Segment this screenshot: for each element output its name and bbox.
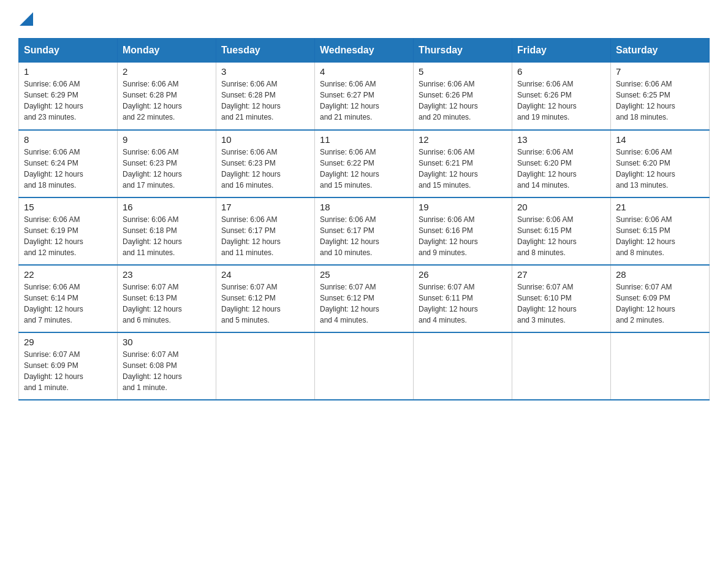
day-info: Sunrise: 6:06 AMSunset: 6:28 PMDaylight:… — [221, 79, 309, 123]
day-number: 14 — [616, 134, 704, 145]
day-number: 13 — [517, 134, 605, 145]
day-number: 7 — [616, 66, 704, 77]
col-header-tuesday: Tuesday — [216, 39, 315, 63]
day-number: 21 — [616, 202, 704, 212]
calendar-cell: 21Sunrise: 6:06 AMSunset: 6:15 PMDayligh… — [611, 197, 710, 265]
col-header-monday: Monday — [118, 39, 216, 63]
calendar-cell: 15Sunrise: 6:06 AMSunset: 6:19 PMDayligh… — [19, 197, 118, 265]
calendar-cell: 23Sunrise: 6:07 AMSunset: 6:13 PMDayligh… — [118, 265, 216, 332]
day-number: 15 — [24, 202, 112, 212]
day-info: Sunrise: 6:07 AMSunset: 6:12 PMDaylight:… — [320, 282, 408, 326]
day-info: Sunrise: 6:06 AMSunset: 6:17 PMDaylight:… — [320, 214, 408, 258]
calendar-cell: 22Sunrise: 6:06 AMSunset: 6:14 PMDayligh… — [19, 265, 118, 332]
day-info: Sunrise: 6:06 AMSunset: 6:15 PMDaylight:… — [517, 214, 605, 258]
day-number: 19 — [419, 202, 507, 212]
day-info: Sunrise: 6:07 AMSunset: 6:10 PMDaylight:… — [517, 282, 605, 326]
calendar-cell: 19Sunrise: 6:06 AMSunset: 6:16 PMDayligh… — [414, 197, 512, 265]
day-number: 6 — [517, 66, 605, 77]
day-number: 11 — [320, 134, 408, 145]
calendar-cell: 12Sunrise: 6:06 AMSunset: 6:21 PMDayligh… — [414, 130, 512, 197]
day-number: 10 — [221, 134, 309, 145]
calendar-cell: 11Sunrise: 6:06 AMSunset: 6:22 PMDayligh… — [315, 130, 414, 197]
calendar-cell: 8Sunrise: 6:06 AMSunset: 6:24 PMDaylight… — [19, 130, 118, 197]
calendar-cell: 20Sunrise: 6:06 AMSunset: 6:15 PMDayligh… — [512, 197, 611, 265]
col-header-friday: Friday — [512, 39, 611, 63]
col-header-wednesday: Wednesday — [315, 39, 414, 63]
logo — [18, 12, 33, 28]
day-info: Sunrise: 6:06 AMSunset: 6:28 PMDaylight:… — [123, 79, 211, 123]
calendar-cell: 1Sunrise: 6:06 AMSunset: 6:29 PMDaylight… — [19, 63, 118, 130]
calendar-table: SundayMondayTuesdayWednesdayThursdayFrid… — [18, 38, 710, 400]
calendar-cell: 18Sunrise: 6:06 AMSunset: 6:17 PMDayligh… — [315, 197, 414, 265]
svg-marker-0 — [20, 12, 33, 26]
day-info: Sunrise: 6:07 AMSunset: 6:08 PMDaylight:… — [123, 349, 211, 393]
day-number: 8 — [24, 134, 112, 145]
calendar-cell: 30Sunrise: 6:07 AMSunset: 6:08 PMDayligh… — [118, 332, 216, 400]
calendar-cell: 25Sunrise: 6:07 AMSunset: 6:12 PMDayligh… — [315, 265, 414, 332]
calendar-week-row: 29Sunrise: 6:07 AMSunset: 6:09 PMDayligh… — [19, 332, 710, 400]
day-info: Sunrise: 6:06 AMSunset: 6:15 PMDaylight:… — [616, 214, 704, 258]
day-number: 2 — [123, 66, 211, 77]
day-info: Sunrise: 6:06 AMSunset: 6:29 PMDaylight:… — [24, 79, 112, 123]
calendar-week-row: 8Sunrise: 6:06 AMSunset: 6:24 PMDaylight… — [19, 130, 710, 197]
day-info: Sunrise: 6:06 AMSunset: 6:22 PMDaylight:… — [320, 147, 408, 191]
calendar-cell — [611, 332, 710, 400]
calendar-cell: 28Sunrise: 6:07 AMSunset: 6:09 PMDayligh… — [611, 265, 710, 332]
logo-triangle-icon — [20, 12, 33, 26]
day-info: Sunrise: 6:06 AMSunset: 6:23 PMDaylight:… — [123, 147, 211, 191]
day-number: 3 — [221, 66, 309, 77]
day-number: 29 — [24, 337, 112, 347]
day-number: 28 — [616, 269, 704, 280]
day-info: Sunrise: 6:06 AMSunset: 6:23 PMDaylight:… — [221, 147, 309, 191]
day-info: Sunrise: 6:06 AMSunset: 6:17 PMDaylight:… — [221, 214, 309, 258]
col-header-sunday: Sunday — [19, 39, 118, 63]
calendar-week-row: 22Sunrise: 6:06 AMSunset: 6:14 PMDayligh… — [19, 265, 710, 332]
day-info: Sunrise: 6:06 AMSunset: 6:26 PMDaylight:… — [517, 79, 605, 123]
calendar-cell: 3Sunrise: 6:06 AMSunset: 6:28 PMDaylight… — [216, 63, 315, 130]
calendar-cell: 10Sunrise: 6:06 AMSunset: 6:23 PMDayligh… — [216, 130, 315, 197]
calendar-cell — [414, 332, 512, 400]
day-number: 1 — [24, 66, 112, 77]
day-number: 5 — [419, 66, 507, 77]
day-number: 25 — [320, 269, 408, 280]
calendar-cell — [512, 332, 611, 400]
calendar-cell — [315, 332, 414, 400]
day-info: Sunrise: 6:07 AMSunset: 6:11 PMDaylight:… — [419, 282, 507, 326]
header — [18, 12, 710, 28]
day-info: Sunrise: 6:06 AMSunset: 6:27 PMDaylight:… — [320, 79, 408, 123]
calendar-cell: 13Sunrise: 6:06 AMSunset: 6:20 PMDayligh… — [512, 130, 611, 197]
calendar-cell: 5Sunrise: 6:06 AMSunset: 6:26 PMDaylight… — [414, 63, 512, 130]
calendar-cell: 2Sunrise: 6:06 AMSunset: 6:28 PMDaylight… — [118, 63, 216, 130]
day-number: 26 — [419, 269, 507, 280]
calendar-header-row: SundayMondayTuesdayWednesdayThursdayFrid… — [19, 39, 710, 63]
day-info: Sunrise: 6:06 AMSunset: 6:19 PMDaylight:… — [24, 214, 112, 258]
day-info: Sunrise: 6:06 AMSunset: 6:21 PMDaylight:… — [419, 147, 507, 191]
day-info: Sunrise: 6:07 AMSunset: 6:09 PMDaylight:… — [616, 282, 704, 326]
day-info: Sunrise: 6:06 AMSunset: 6:26 PMDaylight:… — [419, 79, 507, 123]
calendar-week-row: 15Sunrise: 6:06 AMSunset: 6:19 PMDayligh… — [19, 197, 710, 265]
calendar-cell: 27Sunrise: 6:07 AMSunset: 6:10 PMDayligh… — [512, 265, 611, 332]
calendar-cell: 24Sunrise: 6:07 AMSunset: 6:12 PMDayligh… — [216, 265, 315, 332]
day-info: Sunrise: 6:06 AMSunset: 6:24 PMDaylight:… — [24, 147, 112, 191]
day-number: 23 — [123, 269, 211, 280]
day-info: Sunrise: 6:07 AMSunset: 6:13 PMDaylight:… — [123, 282, 211, 326]
day-info: Sunrise: 6:07 AMSunset: 6:12 PMDaylight:… — [221, 282, 309, 326]
day-info: Sunrise: 6:07 AMSunset: 6:09 PMDaylight:… — [24, 349, 112, 393]
calendar-cell: 14Sunrise: 6:06 AMSunset: 6:20 PMDayligh… — [611, 130, 710, 197]
day-number: 12 — [419, 134, 507, 145]
col-header-saturday: Saturday — [611, 39, 710, 63]
calendar-cell: 7Sunrise: 6:06 AMSunset: 6:25 PMDaylight… — [611, 63, 710, 130]
day-number: 9 — [123, 134, 211, 145]
calendar-week-row: 1Sunrise: 6:06 AMSunset: 6:29 PMDaylight… — [19, 63, 710, 130]
day-number: 22 — [24, 269, 112, 280]
day-info: Sunrise: 6:06 AMSunset: 6:25 PMDaylight:… — [616, 79, 704, 123]
day-number: 20 — [517, 202, 605, 212]
calendar-cell: 16Sunrise: 6:06 AMSunset: 6:18 PMDayligh… — [118, 197, 216, 265]
day-info: Sunrise: 6:06 AMSunset: 6:20 PMDaylight:… — [517, 147, 605, 191]
day-number: 24 — [221, 269, 309, 280]
day-info: Sunrise: 6:06 AMSunset: 6:16 PMDaylight:… — [419, 214, 507, 258]
day-number: 30 — [123, 337, 211, 347]
day-info: Sunrise: 6:06 AMSunset: 6:18 PMDaylight:… — [123, 214, 211, 258]
day-number: 17 — [221, 202, 309, 212]
day-number: 16 — [123, 202, 211, 212]
